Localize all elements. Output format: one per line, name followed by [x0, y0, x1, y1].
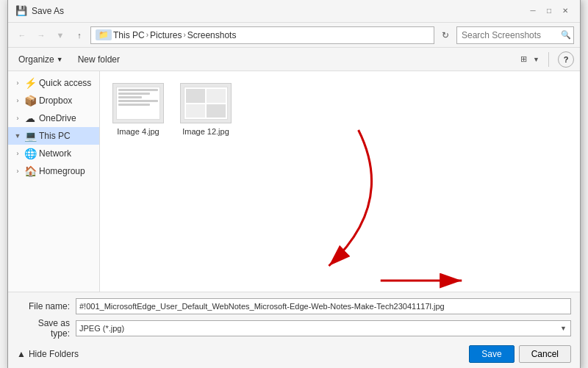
- thumb-line: [118, 93, 150, 95]
- file-item[interactable]: Image 12.jpg: [176, 80, 235, 140]
- save-button[interactable]: Save: [469, 345, 514, 363]
- sidebar-item-network[interactable]: › 🌐 Network: [8, 145, 99, 162]
- sidebar-item-label: Quick access: [39, 78, 91, 88]
- search-wrapper: 🔍: [456, 26, 574, 44]
- file-thumbnail: [112, 83, 164, 123]
- filetype-label: Save as type:: [17, 318, 76, 339]
- organize-button[interactable]: Organize ▼: [14, 53, 68, 66]
- thumbnail-content: [116, 87, 160, 120]
- hide-folders-toggle[interactable]: ▲ Hide Folders: [17, 349, 465, 359]
- sidebar-item-quick-access[interactable]: › ⚡ Quick access: [8, 74, 99, 92]
- thumbnail-content: [184, 87, 228, 120]
- help-button[interactable]: ?: [558, 51, 574, 68]
- thumb-row: [186, 104, 226, 118]
- address-bar: ← → ▼ ↑ 📁 This PC › Pictures › Screensho…: [8, 23, 580, 48]
- search-input[interactable]: [456, 26, 574, 44]
- maximize-button[interactable]: □: [542, 4, 556, 18]
- breadcrumb[interactable]: 📁 This PC › Pictures › Screenshots: [90, 26, 434, 44]
- sidebar-item-label: Network: [39, 148, 71, 159]
- filename-row: File name:: [17, 298, 571, 314]
- up-button[interactable]: ↑: [71, 27, 87, 43]
- forward-button[interactable]: →: [33, 27, 49, 43]
- title-bar: 💾 Save As ─ □ ✕: [8, 0, 580, 23]
- chevron-icon: ›: [14, 115, 21, 122]
- sidebar-item-label: Homegroup: [39, 166, 85, 176]
- toolbar-separator: [548, 52, 549, 67]
- bottom-section: File name: Save as type: JPEG (*.jpg) ▼ …: [8, 292, 580, 368]
- refresh-button[interactable]: ↻: [437, 27, 453, 43]
- breadcrumb-this-pc: This PC: [113, 30, 145, 40]
- thumb-block: [207, 104, 226, 118]
- this-pc-icon: 💻: [24, 130, 36, 142]
- thumb-line: [118, 100, 158, 102]
- title-bar-left: 💾 Save As: [15, 5, 64, 16]
- chevron-icon: ›: [14, 97, 21, 104]
- file-thumbnail: [180, 83, 232, 123]
- sidebar-item-dropbox[interactable]: › 📦 Dropbox: [8, 92, 99, 109]
- thumb-line: [118, 89, 158, 91]
- thumb-block: [186, 89, 205, 103]
- back-button[interactable]: ←: [14, 27, 30, 43]
- file-name: Image 4.jpg: [117, 126, 159, 137]
- sidebar-item-onedrive[interactable]: › ☁ OneDrive: [8, 109, 99, 127]
- thumb-block: [186, 104, 205, 118]
- new-folder-button[interactable]: New folder: [74, 53, 124, 66]
- file-item[interactable]: Image 4.jpg: [109, 80, 168, 140]
- breadcrumb-pictures: Pictures: [150, 30, 182, 40]
- sidebar-item-homegroup[interactable]: › 🏠 Homegroup: [8, 162, 99, 180]
- title-bar-controls: ─ □ ✕: [526, 4, 573, 18]
- hide-folders-label: Hide Folders: [29, 349, 79, 359]
- actions-row: ▲ Hide Folders Save Cancel: [17, 342, 571, 363]
- view-toggle-button[interactable]: ⊞: [515, 51, 531, 68]
- save-as-dialog: 💾 Save As ─ □ ✕ ← → ▼ ↑ 📁 This PC › Pict…: [7, 0, 581, 368]
- chevron-icon: ›: [14, 150, 21, 157]
- view-arrow: ▼: [533, 56, 539, 63]
- view-buttons: ⊞ ▼: [515, 51, 539, 68]
- close-button[interactable]: ✕: [558, 4, 573, 18]
- sidebar-item-label: Dropbox: [39, 95, 72, 106]
- dropbox-icon: 📦: [24, 95, 36, 107]
- file-name: Image 12.jpg: [182, 126, 229, 137]
- toolbar: Organize ▼ New folder ⊞ ▼ ?: [8, 48, 580, 71]
- file-area: Image 4.jpg Image 12.jpg: [100, 71, 580, 292]
- breadcrumb-folder-icon: 📁: [96, 29, 112, 40]
- hide-folders-arrow: ▲: [17, 349, 26, 359]
- chevron-icon: ▼: [14, 132, 21, 140]
- chevron-icon: ›: [14, 79, 21, 87]
- chevron-icon: ›: [14, 167, 21, 175]
- sidebar-item-label: OneDrive: [39, 113, 76, 123]
- quick-access-icon: ⚡: [24, 77, 36, 89]
- filename-label: File name:: [17, 301, 76, 311]
- main-content: › ⚡ Quick access › 📦 Dropbox › ☁ OneDriv…: [8, 71, 580, 292]
- thumb-block: [207, 89, 226, 103]
- annotation-arrows: [100, 71, 580, 292]
- cancel-button[interactable]: Cancel: [519, 345, 571, 363]
- organize-arrow-icon: ▼: [57, 56, 63, 63]
- sidebar-item-label: This PC: [39, 131, 71, 141]
- thumb-line: [118, 104, 150, 106]
- filetype-wrapper: JPEG (*.jpg) ▼: [76, 320, 571, 336]
- sidebar: › ⚡ Quick access › 📦 Dropbox › ☁ OneDriv…: [8, 71, 100, 292]
- search-icon: 🔍: [561, 30, 571, 40]
- onedrive-icon: ☁: [24, 112, 36, 124]
- filename-input[interactable]: [76, 298, 571, 314]
- thumb-row: [186, 89, 226, 103]
- organize-label: Organize: [18, 54, 54, 65]
- filetype-select[interactable]: JPEG (*.jpg): [76, 320, 571, 336]
- breadcrumb-screenshots: Screenshots: [187, 30, 237, 40]
- thumb-line: [118, 96, 142, 98]
- dialog-title: Save As: [32, 6, 64, 16]
- sidebar-item-this-pc[interactable]: ▼ 💻 This PC: [8, 127, 99, 145]
- filetype-row: Save as type: JPEG (*.jpg) ▼: [17, 318, 571, 339]
- new-folder-label: New folder: [78, 54, 120, 65]
- recent-button[interactable]: ▼: [52, 27, 68, 43]
- minimize-button[interactable]: ─: [526, 4, 540, 18]
- homegroup-icon: 🏠: [24, 165, 36, 177]
- network-icon: 🌐: [24, 148, 36, 159]
